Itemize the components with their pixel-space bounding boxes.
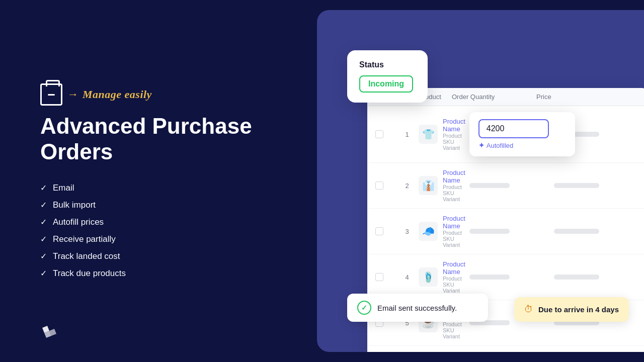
table-row: 2 👔 Product Name Product SKU Variant xyxy=(367,163,644,209)
row4-checkbox-wrapper xyxy=(375,273,395,281)
row3-price-bar xyxy=(554,229,599,234)
autofilled-label: Autofilled xyxy=(487,142,513,149)
feature-receive: ✓ Receive partially xyxy=(40,234,287,244)
due-arrive-toast: ⏱ Due to arrive in 4 days xyxy=(514,297,629,322)
success-checkmark-icon: ✓ xyxy=(361,304,367,312)
row5-variant: Variant xyxy=(443,333,465,339)
row2-price xyxy=(554,183,614,188)
logo-area xyxy=(40,324,58,342)
row3-num: 3 xyxy=(399,228,415,235)
row3-qty xyxy=(469,229,550,234)
table-row: 6 🍩 Product Name Product SKU xyxy=(367,346,644,352)
feature-due: ✓ Track due products xyxy=(40,268,287,279)
row3-checkbox-wrapper xyxy=(375,227,395,235)
row1-product-img: 👕 xyxy=(419,125,438,144)
row4-qty xyxy=(469,275,550,280)
row3-product-info: Product Name Product SKU Variant xyxy=(443,215,465,248)
tagline-text: Manage easily xyxy=(83,88,152,101)
autofilled-badge: ✦ Autofilled xyxy=(478,141,566,149)
qty-input[interactable]: 4200 xyxy=(478,119,549,138)
row2-qty-bar xyxy=(469,183,510,188)
brand-logo xyxy=(40,324,58,342)
row2-checkbox[interactable] xyxy=(375,182,383,190)
row2-product-cell: 👔 Product Name Product SKU Variant xyxy=(419,169,465,202)
feature-bulk-label: Bulk import xyxy=(53,200,96,210)
row3-price xyxy=(554,229,614,234)
feature-list: ✓ Email ✓ Bulk import ✓ Autofill prices … xyxy=(40,183,287,279)
incoming-badge: Incoming xyxy=(359,75,413,93)
check-icon-bulk: ✓ xyxy=(40,200,47,210)
row4-checkbox[interactable] xyxy=(375,273,383,281)
row1-checkbox[interactable] xyxy=(375,130,383,138)
row4-num: 4 xyxy=(399,274,415,281)
th-extra xyxy=(601,93,641,101)
row5-product-sku: Product SKU xyxy=(443,321,465,333)
row3-checkbox[interactable] xyxy=(375,227,383,235)
arrow-text-wrapper: → Manage easily xyxy=(67,88,152,101)
row4-product-name: Product Name xyxy=(443,260,465,276)
row3-product-cell: 🧢 Product Name Product SKU Variant xyxy=(419,215,465,248)
row1-checkbox-wrapper xyxy=(375,130,395,138)
row3-qty-bar xyxy=(469,229,510,234)
feature-bulk-import: ✓ Bulk import xyxy=(40,200,287,210)
row1-variant: Variant xyxy=(443,145,465,151)
feature-receive-label: Receive partially xyxy=(53,234,116,244)
feature-email: ✓ Email xyxy=(40,183,287,193)
shopping-bag-icon xyxy=(40,83,62,106)
feature-email-label: Email xyxy=(53,183,74,193)
feature-landed: ✓ Track landed cost xyxy=(40,251,287,261)
arrow-icon: → xyxy=(67,89,78,100)
row3-product-name: Product Name xyxy=(443,215,465,230)
tagline-wrapper: → Manage easily xyxy=(40,83,287,106)
row2-product-name: Product Name xyxy=(443,169,465,184)
table-row: 3 🧢 Product Name Product SKU Variant xyxy=(367,209,644,254)
email-success-toast: ✓ Email sent successfully. xyxy=(347,294,488,322)
main-title: Advanced Purchase Orders xyxy=(40,114,287,164)
row1-product-sku: Product SKU xyxy=(443,133,465,145)
check-icon-receive: ✓ xyxy=(40,234,47,244)
feature-autofill: ✓ Autofill prices xyxy=(40,217,287,227)
due-toast-text: Due to arrive in 4 days xyxy=(538,305,619,314)
row4-product-cell: 🩴 Product Name Product SKU Variant xyxy=(419,260,465,294)
row3-product-sku: Product SKU xyxy=(443,230,465,242)
th-price: Price xyxy=(536,93,597,101)
check-icon-email: ✓ xyxy=(40,183,47,193)
row4-product-info: Product Name Product SKU Variant xyxy=(443,260,465,294)
row1-num: 1 xyxy=(399,131,415,138)
row3-variant: Variant xyxy=(443,242,465,248)
row1-product-cell: 👕 Product Name Product SKU Variant xyxy=(419,118,465,151)
row2-checkbox-wrapper xyxy=(375,182,395,190)
autofilled-plus-icon: ✦ xyxy=(478,141,485,149)
row2-product-img: 👔 xyxy=(419,176,438,195)
row4-price-bar xyxy=(554,275,599,280)
status-card-label: Status xyxy=(359,60,416,69)
success-circle-icon: ✓ xyxy=(357,301,371,315)
feature-landed-label: Track landed cost xyxy=(53,251,120,261)
autofill-popup: 4200 ✦ Autofilled xyxy=(469,112,575,156)
clock-icon: ⏱ xyxy=(524,304,533,315)
left-panel: → Manage easily Advanced Purchase Orders… xyxy=(0,0,317,362)
row3-product-img: 🧢 xyxy=(419,222,438,241)
row4-price xyxy=(554,275,614,280)
row1-product-name: Product Name xyxy=(443,118,465,133)
row2-qty xyxy=(469,183,550,188)
th-order-qty: Order Quantity xyxy=(452,93,532,101)
check-icon-autofill: ✓ xyxy=(40,217,47,227)
status-card: Status Incoming xyxy=(347,50,428,103)
check-icon-due: ✓ xyxy=(40,268,47,278)
row2-variant: Variant xyxy=(443,196,465,202)
row4-product-sku: Product SKU xyxy=(443,276,465,288)
row1-qty-cell: 4200 ✦ Autofilled xyxy=(469,112,550,156)
row4-product-img: 🩴 xyxy=(419,267,438,287)
row2-price-bar xyxy=(554,183,599,188)
email-toast-text: Email sent successfully. xyxy=(377,304,457,312)
row4-qty-bar xyxy=(469,275,510,280)
row1-product-info: Product Name Product SKU Variant xyxy=(443,118,465,151)
check-icon-landed: ✓ xyxy=(40,251,47,261)
page-container: → Manage easily Advanced Purchase Orders… xyxy=(0,0,644,362)
feature-autofill-label: Autofill prices xyxy=(53,217,104,227)
row2-product-sku: Product SKU xyxy=(443,184,465,196)
row2-num: 2 xyxy=(399,182,415,190)
right-panel: Status Incoming Product Order Quantity P… xyxy=(317,10,644,352)
feature-due-label: Track due products xyxy=(53,268,126,279)
